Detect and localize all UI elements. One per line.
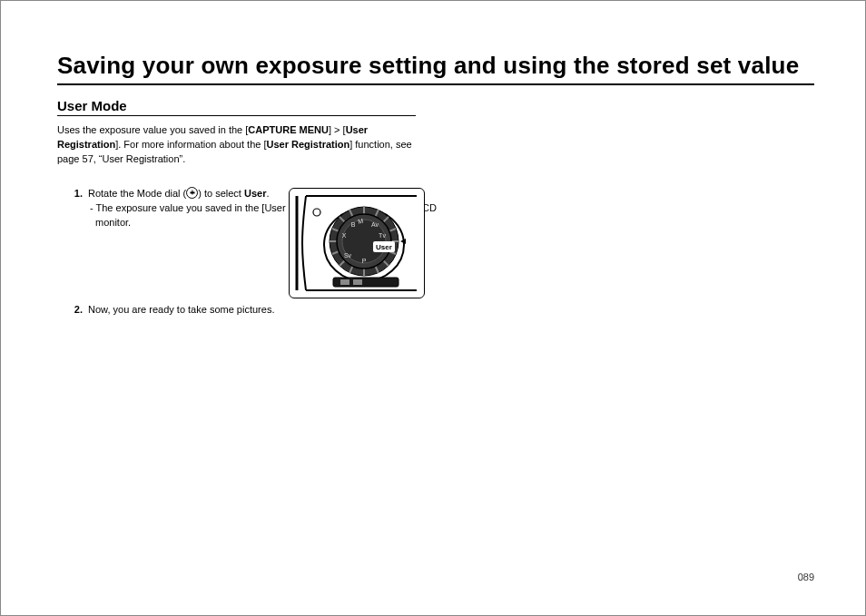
svg-text:P: P: [362, 258, 367, 264]
svg-text:Av: Av: [371, 221, 379, 228]
svg-point-0: [313, 209, 320, 216]
step-text: Rotate the Mode dial (: [88, 188, 186, 199]
dial-user-label: User: [376, 243, 392, 251]
svg-rect-23: [353, 279, 362, 285]
step-number: 1.: [57, 187, 86, 201]
intro-paragraph: Uses the exposure value you saved in the…: [57, 123, 416, 167]
intro-text: ]. For more information about the [: [115, 139, 266, 150]
camera-dial-svg: M B X Av Tv Sv P User: [290, 189, 424, 298]
step-text: Now, you are ready to take some pictures…: [88, 304, 274, 315]
step-body: Now, you are ready to take some pictures…: [86, 303, 438, 318]
svg-text:Sv: Sv: [344, 252, 352, 259]
manual-page: Saving your own exposure setting and usi…: [0, 0, 866, 616]
svg-text:Tv: Tv: [379, 232, 386, 239]
section-heading: User Mode: [57, 98, 416, 116]
svg-rect-22: [340, 279, 349, 285]
mode-dial-icon: [186, 187, 198, 199]
mode-dial-illustration: M B X Av Tv Sv P User: [289, 188, 425, 298]
svg-text:B: B: [351, 221, 356, 228]
step-text: ) to select: [198, 188, 244, 199]
step-number: 2.: [57, 303, 86, 318]
intro-bold-capture-menu: CAPTURE MENU: [248, 124, 329, 135]
step-bold-user: User: [244, 188, 266, 199]
step-text: .: [266, 188, 269, 199]
step-2: 2. Now, you are ready to take some pictu…: [57, 303, 438, 318]
intro-text: ] > [: [329, 124, 346, 135]
intro-bold-user-registration-2: User Registration: [267, 139, 350, 150]
page-number: 089: [798, 572, 814, 582]
intro-text: Uses the exposure value you saved in the…: [57, 124, 248, 135]
page-title: Saving your own exposure setting and usi…: [57, 52, 814, 85]
svg-text:X: X: [342, 232, 347, 239]
